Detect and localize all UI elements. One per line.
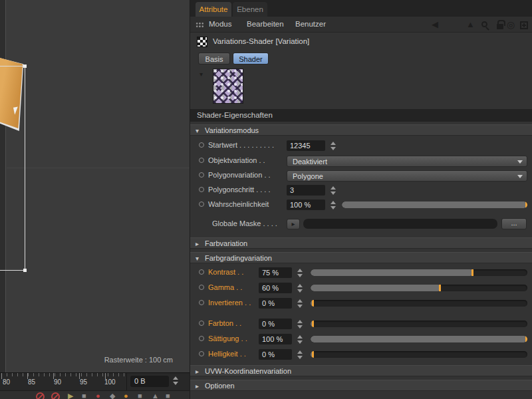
slider-fill [311,300,314,307]
keyframe-circle-icon[interactable] [199,336,204,341]
globale-maske-field[interactable] [303,219,497,229]
kontrast-stepper[interactable] [296,268,305,278]
target-icon[interactable]: ◎ [507,20,515,29]
stop-icon[interactable]: ■ [82,392,86,399]
selection-box-top-edge [0,66,25,66]
ruler-label: 95 [80,378,87,386]
startwert-input[interactable]: 12345 [287,140,325,151]
tab-basis[interactable]: Basis [198,53,230,65]
frame-icon[interactable]: ■ [138,392,142,399]
gamma-input[interactable]: 60 % [259,283,292,293]
startwert-stepper[interactable] [329,141,338,151]
keyframe-icon[interactable]: ◆ [110,392,115,399]
invertieren-stepper[interactable] [296,299,305,309]
objektvariation-dropdown[interactable]: Deaktiviert [287,156,527,167]
keyframe-circle-icon[interactable] [199,158,204,163]
gamma-stepper[interactable] [296,283,305,293]
record-icon[interactable]: ● [96,392,100,399]
group-header-variationsmodus[interactable]: ▾ Variationsmodus [190,124,532,136]
slider-handle[interactable] [439,285,441,291]
group-header-farbgradingvariation[interactable]: ▾ Farbgradingvariation [190,252,532,263]
slider-handle[interactable] [312,351,314,358]
wahrscheinlichkeit-slider[interactable] [342,201,527,208]
autokey-icon[interactable]: ● [124,392,128,399]
keyframe-circle-icon[interactable] [199,172,204,178]
keyframe-circle-icon[interactable] [199,201,204,207]
collapse-triangle-icon: ▸ [196,381,199,391]
keyframe-circle-icon[interactable] [199,269,204,275]
group-header-optionen[interactable]: ▸ Optionen [190,380,532,391]
tab-attribute[interactable]: Attribute [196,2,231,17]
saettigung-slider[interactable] [311,336,527,342]
slider-handle[interactable] [312,321,314,327]
tab-shader[interactable]: Shader [233,53,269,65]
farbton-slider[interactable] [311,321,527,327]
slider-handle[interactable] [525,201,527,208]
group-header-farbvariation[interactable]: ▸ Farbvariation [190,237,532,249]
tab-ebenen[interactable]: Ebenen [233,2,267,17]
wahrscheinlichkeit-stepper[interactable] [329,200,338,210]
polygonschritt-stepper[interactable] [329,186,338,196]
menu-benutzer[interactable]: Benutzer [295,20,326,28]
invertieren-slider[interactable] [311,300,527,307]
up-level-icon[interactable]: ▲ [466,20,475,29]
search-icon[interactable] [481,21,487,27]
shader-preview-thumbnail[interactable] [213,68,243,104]
record-disabled-icon[interactable] [51,392,60,399]
polygonschritt-input[interactable]: 3 [287,185,325,196]
helligkeit-slider[interactable] [311,351,527,358]
browse-button[interactable]: ... [501,218,527,229]
selection-box-bottom-edge [0,270,25,271]
invertieren-input[interactable]: 0 % [259,298,292,309]
slider-handle[interactable] [471,269,473,276]
ruler-label: 90 [54,378,61,386]
preview-expand-icon[interactable]: ▾ [200,70,203,78]
ruler-label: 85 [28,378,35,386]
saettigung-stepper[interactable] [296,334,305,344]
keyframe-circle-icon[interactable] [199,187,204,192]
frame-stepper[interactable] [172,376,180,386]
param-label: Objektvariation . . [208,156,265,164]
slider-fill [311,285,441,291]
kontrast-input[interactable]: 75 % [259,267,292,278]
timeline-ruler[interactable]: 80 85 90 95 100 0 B [0,372,190,390]
saettigung-input[interactable]: 100 % [259,334,292,344]
slider-fill [311,351,314,358]
viewport-3d[interactable]: Rasterweite : 100 cm 80 85 90 95 100 0 B… [0,0,190,399]
mask-expand-button[interactable]: ▸ [287,219,300,229]
play-icon[interactable]: ▶ [68,392,73,399]
polygonvariation-dropdown[interactable]: Polygone [287,170,527,182]
keyframe-circle-icon[interactable] [199,142,204,148]
lock-icon[interactable] [497,24,503,29]
wahrscheinlichkeit-input[interactable]: 100 % [287,200,325,210]
record-disabled-icon[interactable] [36,392,45,399]
new-panel-icon[interactable] [520,21,528,29]
param-row-polygonschritt: Polygonschritt . . . . 3 [190,184,532,196]
box-icon[interactable]: ■ [166,392,170,399]
shader-title: Variations-Shader [Variation] [213,37,309,45]
menu-modus[interactable]: Modus [209,20,232,28]
panel-grid-icon[interactable] [196,22,204,28]
keyframe-circle-icon[interactable] [199,321,204,326]
current-frame-input[interactable]: 0 B [130,376,169,387]
history-back-icon[interactable]: ◀ [432,20,438,29]
slider-handle[interactable] [525,336,527,342]
kontrast-slider[interactable] [311,269,527,276]
farbton-stepper[interactable] [296,319,305,329]
keyframe-circle-icon[interactable] [199,285,204,290]
group-header-uvw[interactable]: ▸ UVW-Koordinatenvariation [190,365,532,376]
selection-handle[interactable] [23,269,27,272]
selection-handle[interactable] [23,65,27,68]
helligkeit-input[interactable]: 0 % [259,349,292,360]
param-row-wahrscheinlichkeit: Wahrscheinlichkeit 100 % [190,199,532,211]
slider-fill [311,321,314,327]
keyframe-circle-icon[interactable] [199,351,204,356]
menu-bearbeiten[interactable]: Bearbeiten [247,20,284,28]
slider-handle[interactable] [312,300,314,307]
up-frame-icon[interactable]: ▲ [152,392,159,399]
gamma-slider[interactable] [311,285,527,291]
farbton-input[interactable]: 0 % [259,319,292,329]
group-title: Variationsmodus [205,126,259,136]
helligkeit-stepper[interactable] [296,350,305,360]
keyframe-circle-icon[interactable] [199,300,204,305]
